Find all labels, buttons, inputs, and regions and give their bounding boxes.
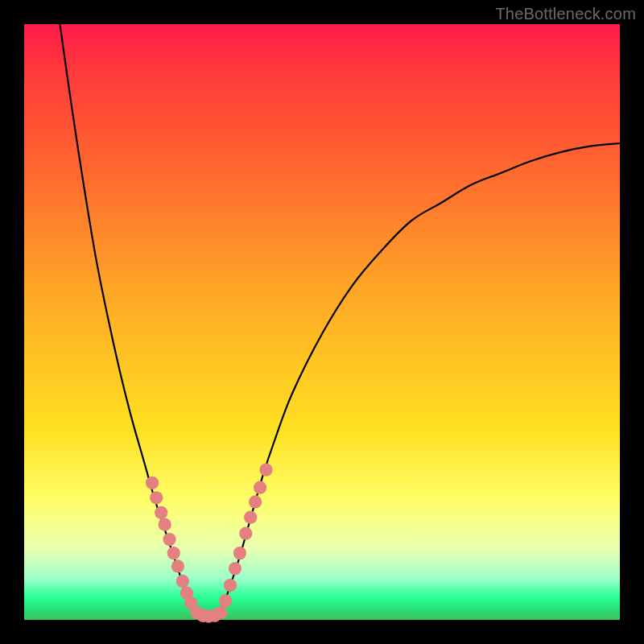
marker-dot [219,594,232,607]
marker-dot [239,527,252,540]
chart-stage: TheBottleneck.com [0,0,644,644]
marker-dot [167,547,180,559]
marker-dot [176,575,189,588]
plot-area [24,24,620,620]
marker-group [146,463,273,622]
marker-dot [146,477,159,489]
curve-right-branch [221,143,620,614]
curve-left-branch [60,24,196,614]
marker-dot [155,506,167,519]
marker-dot [249,495,262,508]
marker-dot [171,559,184,572]
marker-dot [224,579,237,592]
marker-dot [254,481,266,494]
marker-dot [150,491,163,504]
marker-dot [229,562,242,575]
chart-svg [24,24,620,620]
watermark-label: TheBottleneck.com [495,5,636,23]
marker-dot [244,511,257,524]
marker-dot [163,533,175,546]
marker-dot [259,463,272,476]
marker-dot [159,518,171,530]
marker-dot [214,606,227,619]
marker-dot [233,547,246,559]
